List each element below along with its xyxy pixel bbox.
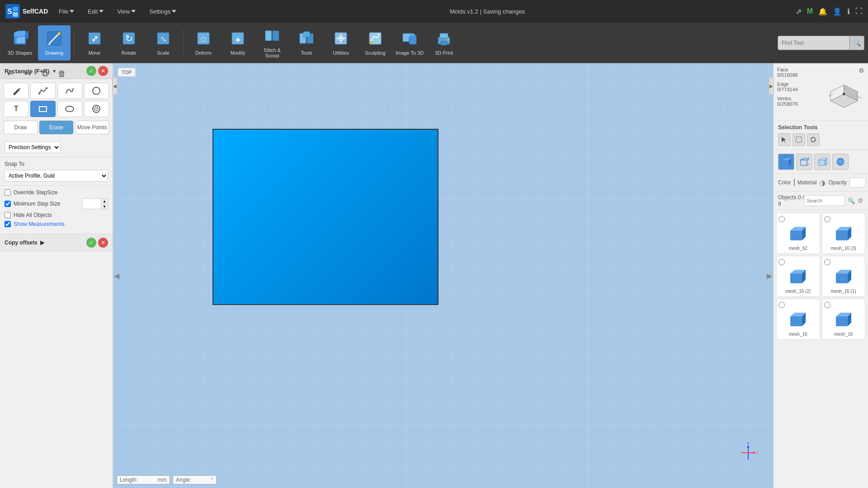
toolbar-btn-scale[interactable]: ⤡ Scale [147, 25, 179, 61]
toolbar-btn-drawing[interactable]: Drawing [38, 25, 71, 61]
toolbar-btn-utilities[interactable]: Utilities [325, 25, 357, 61]
sel-tool-point[interactable] [778, 133, 791, 146]
mesh-radio-mesh16-5[interactable] [824, 302, 830, 308]
mode-move-points-button[interactable]: Move Points [75, 121, 109, 134]
toolbar-btn-modify[interactable]: ◈ Modify [222, 25, 254, 61]
mode-erase-button[interactable]: Erase [39, 121, 73, 134]
collapse-left-panel[interactable]: ◀ [112, 77, 118, 95]
find-tool-input[interactable] [778, 36, 850, 50]
mesh-radio-mesh16-3[interactable] [824, 216, 830, 222]
sel-tool-box[interactable] [793, 133, 805, 146]
mesh-radio-mesh16-2[interactable] [778, 259, 785, 265]
copy-button[interactable]: ⧉ [38, 67, 52, 80]
help-icon[interactable]: ℹ [847, 7, 850, 16]
svg-rect-67 [801, 160, 807, 165]
mesh-item-mesh62[interactable]: mesh_62 [776, 213, 820, 254]
mesh-item-mesh16-2[interactable]: mesh_16 (2) [776, 256, 820, 297]
drawing-label: Drawing [45, 50, 63, 56]
toolbar-btn-move[interactable]: ⤢ Move [78, 25, 111, 61]
copy-offsets-ok-button[interactable]: ✓ [86, 238, 96, 248]
bell-icon[interactable]: 🔔 [818, 7, 827, 16]
color-label: Color [778, 179, 791, 186]
mode-draw-button[interactable]: Draw [4, 121, 38, 134]
draw-tool-rectangle[interactable] [30, 101, 55, 117]
color-swatch[interactable] [794, 178, 795, 187]
mesh-radio-mesh62[interactable] [778, 216, 785, 222]
mesh-item-mesh16-4[interactable]: mesh_16 [776, 299, 820, 340]
mesh-radio-mesh16-1[interactable] [824, 259, 830, 265]
toolbar: 3D Shapes Drawing ⤢ Move ↻ [0, 23, 868, 63]
canvas-area[interactable]: TOP ◀ ▶ Length: 0 mm Angle: 0 ° Y X [113, 63, 773, 488]
snap-select[interactable]: Active Profile, Guid [5, 170, 108, 182]
menu-view[interactable]: View [114, 6, 138, 17]
user-icon[interactable]: 👤 [833, 7, 842, 16]
sel-tool-lasso[interactable] [807, 133, 820, 146]
shape-type-sphere[interactable] [832, 154, 849, 170]
objects-search: 🔍 ⚙ [804, 195, 863, 206]
toolbar-btn-rotate[interactable]: ↻ Rotate [113, 25, 145, 61]
svg-text:Y: Y [747, 441, 750, 446]
mesh-item-mesh16-5[interactable]: mesh_16 [822, 299, 866, 340]
toolbar-btn-sculpting[interactable]: Sculpting [359, 25, 392, 61]
find-tool-button[interactable]: 🔍 [850, 36, 864, 50]
override-stepsize-checkbox[interactable] [5, 189, 11, 196]
stepper-down-button[interactable]: ▼ [101, 204, 108, 209]
draw-tool-ellipse[interactable] [57, 101, 82, 117]
precision-select[interactable]: Precison Settings [5, 141, 61, 153]
toolbar-btn-3d-shapes[interactable]: 3D Shapes [4, 25, 36, 61]
3d-shapes-label: 3D Shapes [8, 50, 32, 56]
objects-search-button[interactable]: 🔍 [846, 195, 857, 206]
right-scroll-arrow[interactable]: ▶ [767, 272, 772, 280]
snap-row: Snap To [5, 161, 108, 167]
show-measurements-checkbox[interactable] [5, 221, 11, 227]
toolbar-btn-stitch-scoop[interactable]: Stitch & Scoop [256, 25, 288, 61]
shape-type-wire[interactable] [796, 154, 812, 170]
toolbar-btn-image-to-3d[interactable]: Image To 3D [393, 25, 426, 61]
gear-icon[interactable]: ⚙ [859, 67, 864, 74]
toolbar-btn-tools[interactable]: Tools [290, 25, 323, 61]
monetize-icon[interactable]: M [807, 7, 813, 15]
draw-tool-pen[interactable] [4, 83, 28, 99]
mesh-radio-mesh16-4[interactable] [778, 302, 785, 308]
opacity-input[interactable]: 0 [849, 178, 866, 188]
angle-input[interactable]: 0 [193, 477, 211, 483]
draw-tool-polyline[interactable] [30, 83, 55, 99]
draw-tool-circle[interactable] [84, 83, 109, 99]
min-step-checkbox[interactable] [5, 201, 11, 207]
objects-search-input[interactable] [804, 195, 845, 206]
canvas-view-button[interactable]: TOP [118, 68, 136, 77]
toolbar-btn-deform[interactable]: ⬠ Deform [187, 25, 220, 61]
redo-button[interactable]: ↪ [21, 67, 34, 80]
shape-type-solid[interactable] [778, 154, 794, 170]
collapse-right-panel[interactable]: ▶ [769, 77, 774, 95]
view-cube-3d[interactable] [824, 76, 864, 117]
mesh-item-mesh16-3[interactable]: mesh_16 (3) [822, 213, 866, 254]
shape-type-face[interactable] [814, 154, 830, 170]
left-scroll-arrow[interactable]: ◀ [114, 272, 119, 280]
mesh-item-mesh16-1[interactable]: mesh_16 (1) [822, 256, 866, 297]
svg-rect-3 [13, 12, 18, 17]
menu-edit[interactable]: Edit [85, 6, 106, 17]
material-icon[interactable]: ◑ [819, 178, 826, 187]
panel-ok-button[interactable]: ✓ [86, 66, 96, 76]
toolbar-btn-3d-print[interactable]: 3D Print [428, 25, 460, 61]
draw-tool-circle-ring[interactable] [84, 101, 109, 117]
menu-file[interactable]: File [56, 6, 77, 17]
draw-tool-curve[interactable] [57, 83, 82, 99]
svg-text:S: S [7, 8, 12, 15]
draw-tool-text[interactable]: T [4, 101, 28, 117]
min-step-input[interactable]: 5 [82, 198, 101, 209]
length-input[interactable]: 0 [140, 477, 158, 483]
hide-all-checkbox[interactable] [5, 212, 11, 218]
delete-button[interactable]: 🗑 [55, 67, 69, 80]
copy-offsets-expand-icon[interactable]: ▶ [40, 239, 44, 246]
deform-icon: ⬠ [195, 30, 212, 49]
menu-settings[interactable]: Settings [146, 6, 179, 17]
objects-settings-icon[interactable]: ⚙ [858, 197, 863, 204]
panel-close-button[interactable]: ✕ [98, 66, 108, 76]
share-icon[interactable]: ⇗ [796, 7, 802, 16]
fullscreen-icon[interactable]: ⛶ [855, 7, 863, 15]
undo-button[interactable]: ↩ [4, 67, 17, 80]
stepper-up-button[interactable]: ▲ [101, 198, 108, 204]
copy-offsets-close-button[interactable]: ✕ [98, 238, 108, 248]
